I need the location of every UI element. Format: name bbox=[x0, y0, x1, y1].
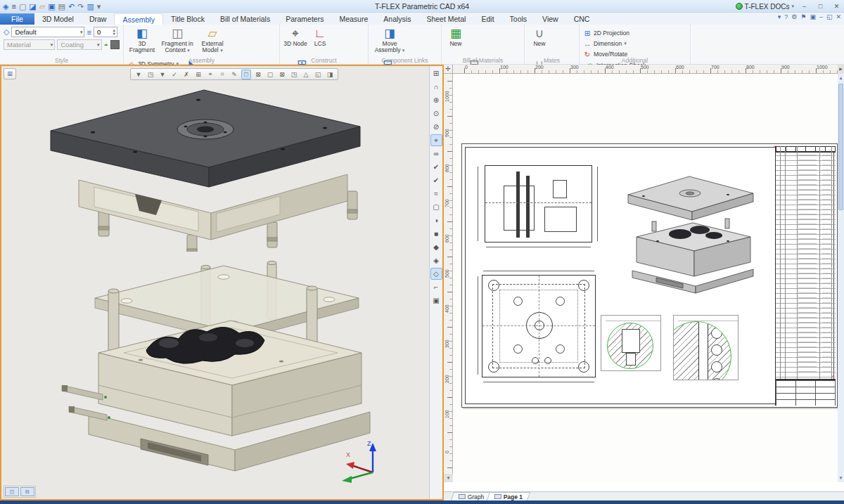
split-horizontal-button[interactable]: ⊟ bbox=[20, 487, 34, 496]
settings-gear-icon[interactable]: ⚙ bbox=[791, 13, 797, 20]
horizontal-ruler[interactable]: 0 100 200 300 400 500 600 700 800 900 10… bbox=[453, 65, 838, 74]
zoom-previous-icon[interactable]: ⊘ bbox=[430, 121, 442, 133]
drawing-canvas[interactable]: ✕ ✕ bbox=[453, 74, 838, 482]
ribbon-collapse-icon[interactable]: ▾ bbox=[778, 13, 781, 20]
tab-sheet-metal[interactable]: Sheet Metal bbox=[418, 13, 473, 25]
scroll-up-icon[interactable]: ▲ bbox=[838, 74, 844, 82]
perspective-icon[interactable]: ◇ bbox=[430, 268, 442, 280]
ruler-scroll-down-button[interactable]: ▼ bbox=[444, 474, 453, 482]
measure-icon[interactable]: ⌖ bbox=[430, 134, 442, 146]
tab-assembly[interactable]: Assembly bbox=[114, 13, 163, 25]
camera-icon[interactable]: ▣ bbox=[430, 295, 442, 306]
lcs-button[interactable]: ∟ LCS bbox=[309, 27, 331, 58]
mates-new-button[interactable]: ∪ New bbox=[528, 27, 551, 58]
style-combobox[interactable]: Default▾ bbox=[11, 27, 84, 37]
chevron-down-icon: ▾ bbox=[791, 4, 794, 9]
scrollbar-thumb[interactable] bbox=[838, 84, 843, 210]
tools-wrench-icon[interactable]: ⌐ bbox=[430, 281, 442, 293]
chevron-down-icon: ▾ bbox=[187, 48, 190, 53]
grid-icon[interactable]: ⊞ bbox=[430, 67, 442, 79]
tab-bill-of-materials[interactable]: Bill of Materials bbox=[212, 13, 278, 25]
wireframe-display-icon[interactable]: ▢ bbox=[430, 201, 442, 213]
drawing-view-plan[interactable] bbox=[482, 275, 596, 377]
tab-edit[interactable]: Edit bbox=[473, 13, 501, 25]
check-body-icon[interactable]: ✔ bbox=[430, 161, 442, 173]
chevron-down-icon: ▾ bbox=[220, 48, 223, 53]
group-bill-of-materials: ▦ New ⊟ Product Structure T-FLEX DOCs Bi… bbox=[442, 25, 525, 64]
bom-table[interactable] bbox=[775, 146, 836, 406]
model-upper-mold-assembly[interactable] bbox=[30, 76, 395, 252]
sweep-icon[interactable]: ≈ bbox=[430, 188, 442, 200]
bom-new-button[interactable]: ▦ New bbox=[445, 27, 466, 58]
move-assembly-button[interactable]: ◨ Move Assembly ▾ bbox=[372, 27, 407, 58]
close-button[interactable]: ✕ bbox=[831, 3, 843, 10]
external-model-button[interactable]: ▱ External Model ▾ bbox=[198, 27, 227, 58]
tab-title-block[interactable]: Title Block bbox=[163, 13, 212, 25]
doc-minimize-icon[interactable]: – bbox=[819, 13, 823, 20]
help-icon[interactable]: ? bbox=[784, 13, 788, 20]
viewport-3d[interactable]: ⊞ ▼ ◳ ▼ ✓ ✗ ⊞ ⌖ ⌗ ✎ □ ⊠ ▢ ⊠ ◳ △ ◱ ◨ bbox=[0, 65, 444, 500]
tab-graph[interactable]: Graph bbox=[451, 492, 492, 500]
tab-file[interactable]: File bbox=[0, 13, 34, 25]
view-glasses-icon[interactable]: ∞ bbox=[430, 148, 442, 160]
layer-spinner[interactable]: 0▲▼ bbox=[94, 27, 117, 37]
tab-tools[interactable]: Tools bbox=[502, 13, 535, 25]
color-swatch[interactable] bbox=[110, 40, 120, 49]
title-bar: ◈ ≡ ▢ ◪ ▱ ▣ ▤ ↶ ↷ ▥ ▾ T-FLEX Parametric … bbox=[0, 0, 844, 13]
tab-view[interactable]: View bbox=[535, 13, 566, 25]
scroll-down-icon[interactable]: ▼ bbox=[838, 474, 844, 482]
dimension-button[interactable]: ↔ Dimension▾ bbox=[583, 39, 629, 49]
material-icon[interactable]: ◈ bbox=[430, 254, 442, 266]
flag-icon[interactable]: ⚑ bbox=[800, 13, 806, 20]
ruler-origin-button[interactable]: ✛ bbox=[444, 65, 453, 74]
window-layout-icon[interactable]: ▣ bbox=[810, 13, 816, 20]
shading-icon[interactable]: ◑ bbox=[430, 214, 442, 226]
recheck-body-icon[interactable]: ✔ bbox=[430, 174, 442, 186]
style-cube-icon: ◇ bbox=[4, 27, 9, 37]
tab-draw[interactable]: Draw bbox=[82, 13, 115, 25]
drawing-sheet[interactable]: ✕ ✕ bbox=[461, 143, 838, 408]
structure-icon: ⊞ bbox=[7, 70, 13, 77]
page-icon bbox=[459, 494, 466, 499]
vertical-ruler[interactable]: 1000 900 800 700 600 500 400 300 200 100… bbox=[444, 74, 453, 482]
tab-page-1[interactable]: Page 1 bbox=[487, 492, 530, 500]
3d-fragment-button[interactable]: ◧ 3D Fragment bbox=[127, 27, 157, 58]
tab-parameters[interactable]: Parameters bbox=[278, 13, 331, 25]
colors-icon[interactable]: ◓ bbox=[104, 41, 109, 49]
material-combobox[interactable]: Material▾ bbox=[4, 39, 55, 50]
3d-node-button[interactable]: ⌖ 3D Node bbox=[283, 27, 307, 58]
minimize-button[interactable]: – bbox=[798, 3, 810, 10]
viewport-split-buttons: ◫ ⊟ bbox=[4, 486, 36, 498]
drawing-view-isometric[interactable] bbox=[615, 165, 769, 300]
layers-icon[interactable]: ≡ bbox=[87, 28, 91, 37]
tflex-docs-button[interactable]: T-FLEX DOCs ▾ bbox=[736, 3, 794, 11]
solid-color-icon[interactable]: ■ bbox=[430, 228, 442, 240]
fragment-in-context-icon: ◫ bbox=[172, 27, 183, 41]
tab-cnc[interactable]: CNC bbox=[566, 13, 598, 25]
tab-measure[interactable]: Measure bbox=[331, 13, 376, 25]
model-structure-button[interactable]: ⊞ bbox=[4, 68, 16, 79]
viewport-2d-drawing[interactable]: ✛ 0 100 200 300 400 500 600 700 800 900 … bbox=[444, 65, 844, 500]
ribbon: ◇ Default▾ ≡ 0▲▼ Material▾ Coating▾ ◓ St… bbox=[0, 25, 844, 65]
drawing-view-section[interactable] bbox=[485, 165, 592, 243]
doc-close-icon[interactable]: ✕ bbox=[836, 13, 841, 20]
axis-z-label: Z bbox=[367, 440, 371, 447]
coating-combobox[interactable]: Coating▾ bbox=[57, 39, 101, 50]
zoom-in-icon[interactable]: ⊕ bbox=[430, 94, 442, 106]
drawing-view-detail-a[interactable] bbox=[601, 315, 661, 371]
magnet-snap-icon[interactable]: ∩ bbox=[430, 81, 442, 93]
split-vertical-button[interactable]: ◫ bbox=[5, 487, 19, 496]
maximize-button[interactable]: □ bbox=[814, 3, 826, 10]
2d-projection-button[interactable]: ⊞ 2D Projection bbox=[583, 28, 629, 38]
ruler-scroll-right-button[interactable]: ▶ bbox=[838, 65, 844, 74]
doc-restore-icon[interactable]: ◱ bbox=[826, 13, 833, 20]
move-assembly-icon: ◨ bbox=[384, 27, 395, 41]
section-view-icon[interactable]: ◆ bbox=[430, 241, 442, 253]
fragment-in-context-button[interactable]: ◫ Fragment in Context ▾ bbox=[159, 27, 196, 58]
group-construct: ⌖ 3D Node ∟ LCS ⊞ Workplane ▾ Construct bbox=[280, 25, 369, 64]
tab-analysis[interactable]: Analysis bbox=[376, 13, 418, 25]
drawing-view-detail-b[interactable] bbox=[673, 315, 738, 380]
vertical-scrollbar[interactable]: ▲ ▼ bbox=[838, 74, 844, 482]
zoom-window-icon[interactable]: ⊙ bbox=[430, 108, 442, 119]
tab-3d-model[interactable]: 3D Model bbox=[34, 13, 82, 25]
